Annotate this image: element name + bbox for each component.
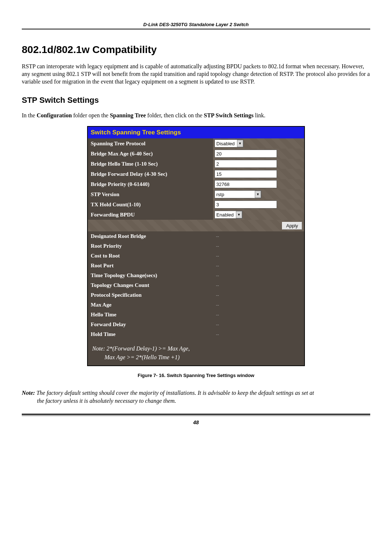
label: Topology Changes Count (88, 280, 213, 290)
panel-container: Switch Spanning Tree Settings Spanning T… (22, 126, 370, 366)
value-cell: Enabled (213, 210, 304, 220)
label: Bridge Priority (0-61440) (88, 179, 213, 189)
apply-row: Apply (88, 220, 304, 231)
value: -- (213, 261, 304, 271)
chevron-down-icon (237, 140, 243, 147)
stp-settings-panel: Switch Spanning Tree Settings Spanning T… (87, 126, 305, 366)
value: -- (213, 251, 304, 261)
row-stp-version: STP Version rstp (88, 189, 304, 199)
text: folder, then click on the (146, 112, 204, 118)
value: -- (213, 310, 304, 320)
input-tx-hold-count[interactable]: 3 (215, 200, 277, 208)
doc-header: D-Link DES-3250TG Standalone Layer 2 Swi… (22, 22, 370, 29)
label: Time Topology Change(secs) (88, 271, 213, 280)
row-hold-time: Hold Time -- (88, 329, 304, 339)
label: Hello Time (88, 310, 213, 320)
label: Bridge Max Age (6-40 Sec) (88, 149, 213, 159)
row-protocol-specification: Protocol Specification -- (88, 290, 304, 300)
label: Max Age (88, 300, 213, 310)
value-cell: 15 (213, 169, 304, 179)
section-paragraph: RSTP can interoperate with legacy equipm… (22, 63, 370, 85)
label: Designated Root Bridge (88, 231, 213, 241)
header-rule (22, 29, 370, 29)
input-bridge-forward-delay[interactable]: 15 (215, 170, 277, 178)
dropdown-forwarding-bpdu[interactable]: Enabled (215, 211, 242, 219)
label: Cost to Root (88, 251, 213, 261)
input-bridge-priority[interactable]: 32768 (215, 180, 277, 188)
footnote-body2: the factory unless it is absolutely nece… (22, 397, 370, 405)
note-line2: Max Age >= 2*(Hello Time +1) (92, 353, 300, 362)
panel-note: Note: 2*(Forward Delay-1) >= Max Age, Ma… (88, 339, 304, 365)
value: -- (213, 300, 304, 310)
label: Forward Delay (88, 320, 213, 329)
page-number: 48 (22, 420, 370, 425)
note-line1: Note: 2*(Forward Delay-1) >= Max Age, (92, 344, 300, 353)
row-bridge-hello-time: Bridge Hello Time (1-10 Sec) 2 (88, 159, 304, 169)
label: Bridge Forward Delay (4-30 Sec) (88, 169, 213, 179)
row-hello-time: Hello Time -- (88, 310, 304, 320)
subsection-heading: STP Switch Settings (22, 96, 370, 105)
chevron-down-icon (236, 211, 242, 218)
row-spanning-tree-protocol: Spanning Tree Protocol Disabled (88, 138, 304, 149)
row-bridge-priority: Bridge Priority (0-61440) 32768 (88, 179, 304, 189)
value: -- (213, 231, 304, 241)
text: link. (253, 112, 265, 118)
row-root-priority: Root Priority -- (88, 241, 304, 251)
row-forwarding-bpdu: Forwarding BPDU Enabled (88, 210, 304, 220)
value: -- (213, 329, 304, 339)
row-tx-hold-count: TX Hold Count(1-10) 3 (88, 199, 304, 210)
dropdown-stp-protocol[interactable]: Disabled (215, 139, 244, 147)
label: Root Port (88, 261, 213, 271)
dropdown-value: Enabled (215, 212, 236, 218)
value: -- (213, 271, 304, 280)
input-bridge-max-age[interactable]: 20 (215, 150, 277, 158)
figure-caption: Figure 7- 16. Switch Spanning Tree Setti… (22, 373, 370, 378)
row-bridge-forward-delay: Bridge Forward Delay (4-30 Sec) 15 (88, 169, 304, 179)
footer-rule-thin (22, 416, 370, 416)
label: Forwarding BPDU (88, 210, 213, 220)
text: folder open the (72, 112, 110, 118)
value-cell: rstp (213, 189, 304, 199)
label: STP Version (88, 189, 213, 199)
value: -- (213, 320, 304, 329)
value: -- (213, 241, 304, 251)
footnote-label: Note: (22, 390, 36, 396)
dropdown-value: Disabled (215, 141, 237, 146)
footnote: Note: The factory default setting should… (22, 389, 370, 405)
dropdown-value: rstp (215, 192, 255, 197)
footnote-body1: The factory default setting should cover… (36, 390, 314, 396)
value-cell: 32768 (213, 179, 304, 189)
value: -- (213, 280, 304, 290)
row-max-age: Max Age -- (88, 300, 304, 310)
apply-button[interactable]: Apply (282, 222, 302, 230)
row-designated-root-bridge: Designated Root Bridge -- (88, 231, 304, 241)
row-time-topology-change: Time Topology Change(secs) -- (88, 271, 304, 280)
text-bold: Spanning Tree (110, 112, 146, 118)
chevron-down-icon (255, 191, 261, 198)
row-forward-delay: Forward Delay -- (88, 320, 304, 329)
value-cell: 2 (213, 159, 304, 169)
row-root-port: Root Port -- (88, 261, 304, 271)
label: Bridge Hello Time (1-10 Sec) (88, 159, 213, 169)
value-cell: 20 (213, 149, 304, 159)
label: Protocol Specification (88, 290, 213, 300)
section-heading: 802.1d/802.1w Compatibility (22, 44, 370, 56)
input-bridge-hello-time[interactable]: 2 (215, 160, 277, 168)
footer-rule-thick (22, 414, 370, 415)
label: TX Hold Count(1-10) (88, 199, 213, 210)
row-cost-to-root: Cost to Root -- (88, 251, 304, 261)
row-topology-changes-count: Topology Changes Count -- (88, 280, 304, 290)
text: In the (22, 112, 37, 118)
value: -- (213, 290, 304, 300)
row-bridge-max-age: Bridge Max Age (6-40 Sec) 20 (88, 149, 304, 159)
label: Root Priority (88, 241, 213, 251)
dropdown-stp-version[interactable]: rstp (215, 190, 261, 198)
panel-title: Switch Spanning Tree Settings (88, 127, 304, 138)
text-bold: Configuration (37, 112, 72, 118)
label: Hold Time (88, 329, 213, 339)
value-cell: 3 (213, 199, 304, 210)
value-cell: Disabled (213, 138, 304, 149)
label: Spanning Tree Protocol (88, 138, 213, 149)
text-bold: STP Switch Settings (204, 112, 254, 118)
subsection-instruction: In the Configuration folder open the Spa… (22, 112, 370, 119)
